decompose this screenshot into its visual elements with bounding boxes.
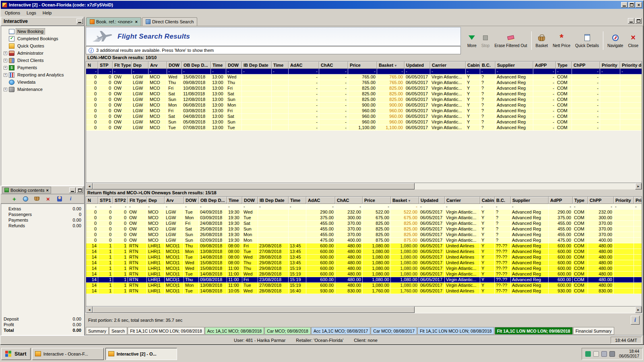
column-header-chac[interactable]: ChAC <box>335 197 363 204</box>
sidebar-item-viewdata[interactable]: Viewdata <box>1 78 84 86</box>
network-icon[interactable] <box>585 351 591 357</box>
column-header-prior[interactable]: Prior... <box>634 197 642 204</box>
expander-icon[interactable]: + <box>4 51 7 55</box>
table-row[interactable]: 00OWLGWMCOSat04/08/201813:00Sat--960.009… <box>86 114 642 119</box>
column-header-cabin[interactable]: Cabin <box>466 62 480 69</box>
printer-icon[interactable] <box>601 351 607 357</box>
table-row[interactable]: 000OWMCOLGWSat25/08/201819:30Sun455.0037… <box>86 226 642 232</box>
expander-icon[interactable]: + <box>4 59 7 62</box>
navigate-button[interactable]: Navigate <box>605 29 625 52</box>
column-header-price[interactable]: Price <box>348 62 377 69</box>
table-row[interactable]: 1411RTNLHR|1MCO|1Thu09/08/201808:00Fri23… <box>86 243 642 249</box>
quick-details-button[interactable]: Quick Details <box>573 29 601 52</box>
scroll-left-button[interactable]: ◄ <box>86 306 93 313</box>
table-row[interactable]: 00OWLGWMCOMon06/08/201813:00Mon--900.009… <box>86 103 642 108</box>
column-header-adpp[interactable]: AdPP <box>549 197 573 204</box>
table-row[interactable]: 000OWMCOLGWSun26/08/201819:30Mon455.0037… <box>86 232 642 238</box>
table-row[interactable]: 00OWLGWMCOFri10/08/201813:00Fri--825.008… <box>86 86 642 91</box>
column-header-stp[interactable]: STP <box>98 62 113 69</box>
close-button[interactable]: Close <box>626 29 640 52</box>
column-header-stp2[interactable]: STP2 <box>113 197 128 204</box>
sidebar-item-payments[interactable]: +Payments <box>1 64 84 71</box>
sidebar-item-administrator[interactable]: +Administrator <box>1 49 84 57</box>
bottom-tab-car-mco-08-08-2017[interactable]: Car MCO; 08/08/2017 <box>371 327 417 335</box>
table-row[interactable]: ------------------------- <box>86 69 642 74</box>
bottom-tab-flt-1a-1c-lon-mco-lon-09-08-2018[interactable]: Flt 1A,1C LON MCO LON; 09/08/2018 <box>495 327 573 335</box>
column-header-stp1[interactable]: STP1 <box>98 197 113 204</box>
column-header-flt-type[interactable]: Flt Type <box>128 197 147 204</box>
column-header-type[interactable]: Type <box>573 197 588 204</box>
column-header-updated[interactable]: Updated <box>405 62 430 69</box>
table-row[interactable]: 00OWLGWMCOSun05/08/201813:00Sun--960.009… <box>86 119 642 125</box>
erase-filtered-out-button[interactable]: Erase Filtered Out <box>492 29 529 52</box>
scrollbar-thumb[interactable] <box>93 183 415 189</box>
column-header-basket[interactable]: Basket▼ <box>377 62 405 69</box>
sidebar-item-reporting-and-analytics[interactable]: +Reporting and Analytics <box>1 71 84 78</box>
table-row[interactable]: 1411RTNLHR|1MCO|1Wed15/08/201808:00Thu29… <box>86 260 642 266</box>
column-header-chpp[interactable]: ChPP <box>572 62 600 69</box>
info-button[interactable]: i <box>631 316 640 325</box>
sidebar-item-new-booking[interactable]: New Booking <box>1 28 84 35</box>
sidebar-item-maintenance[interactable]: +Maintenance <box>1 86 84 93</box>
column-header-chac[interactable]: ChAC <box>319 62 348 69</box>
column-header-dow[interactable]: DOW <box>242 197 258 204</box>
column-header-dep[interactable]: Dep <box>132 62 149 69</box>
column-header-cabin[interactable]: Cabin <box>480 197 495 204</box>
table-row[interactable]: 1411RTNLHR|1MCO|1Mon13/08/201811:00Tue27… <box>86 283 642 288</box>
menu-help[interactable]: Help <box>39 9 55 16</box>
close-tab-icon[interactable]: × <box>135 19 138 24</box>
table-row[interactable]: 000OWMCOLGWFri24/08/201819:30Sat455.0037… <box>86 221 642 226</box>
table-row[interactable]: 1411RTNLHR|1MCO|1Tue14/08/201810:05Wed28… <box>86 288 642 294</box>
bottom-tab-car-mco-08-08-2018[interactable]: Car MCO; 08/08/2018 <box>264 327 311 335</box>
column-header-dep[interactable]: Dep <box>147 197 165 204</box>
title-bar[interactable]: Interactive [2] - Ocean-Florida (code: x… <box>1 1 643 9</box>
basket-small-button[interactable] <box>34 195 40 202</box>
panel-float-button[interactable] <box>76 187 83 193</box>
table-row[interactable]: 1411RTNLHR|1MCO|1Thu09/08/201811:00Fri23… <box>86 277 642 283</box>
start-button[interactable]: Start <box>1 348 31 360</box>
bottom-tab-flt-1a-1c-lon-mco-lon-08-08-2018[interactable]: Flt 1A,1C LON MCO LON; 08/08/2018 <box>417 327 494 335</box>
column-header-n[interactable]: N <box>86 62 98 69</box>
world-button[interactable] <box>23 195 29 202</box>
bottom-tab-financial-summary[interactable]: Financial Summary <box>573 327 614 335</box>
column-header-supplier[interactable]: Supplier <box>511 197 549 204</box>
bottom-tab-summary[interactable]: Summary <box>86 327 109 335</box>
table-row[interactable]: 00OWLGWMCOTue07/08/201813:00Tue--1,100.0… <box>86 125 642 131</box>
column-header-updated[interactable]: Updated <box>419 197 445 204</box>
table-row[interactable]: 1411RTNLHR|1MCO|1Tue14/08/201808:00Wed28… <box>86 255 642 260</box>
table-row[interactable]: 00OWLGWMCOWed15/08/201813:00Wed--765.007… <box>86 74 642 80</box>
column-header-n[interactable]: N <box>86 197 98 204</box>
table-row[interactable]: 1411RTNLHR|1MCO|1Tue14/08/201811:00Wed28… <box>86 272 642 277</box>
table-row[interactable]: 00OWLGWMCOSun12/08/201813:00Sun--825.008… <box>86 97 642 103</box>
panel-minimize-button[interactable] <box>69 187 76 193</box>
column-header-supplier[interactable]: Supplier <box>495 62 533 69</box>
expander-icon[interactable]: + <box>4 66 7 70</box>
column-header-dow[interactable]: DOW <box>184 197 199 204</box>
table-row[interactable]: 000OWMCOLGWTue04/09/201819:30Wed290.0023… <box>86 210 642 215</box>
bottom-tab-search[interactable]: Search <box>109 327 127 335</box>
menu-options[interactable]: Options <box>2 9 23 16</box>
column-header-time[interactable]: Time <box>227 197 242 204</box>
column-header-b-c[interactable]: B.C. <box>495 197 511 204</box>
maximize-button[interactable] <box>628 2 635 8</box>
sidebar-item-quick-quotes[interactable]: Quick Quotes <box>1 42 84 49</box>
table-row[interactable]: 000OWMCOLGWSun02/09/201819:30Mon475.0040… <box>86 238 642 243</box>
user-button[interactable] <box>56 195 63 202</box>
column-header-priority-desc[interactable]: Priority desc... <box>620 62 642 69</box>
sidebar-item-completed-bookings[interactable]: Completed Bookings <box>1 35 84 42</box>
table-row[interactable]: 00OWLGWMCOFri03/08/201813:00Fri--960.009… <box>86 108 642 114</box>
column-header-chpp[interactable]: ChPP <box>588 197 614 204</box>
tab-book-ref-none[interactable]: Book. ref.: <none>× <box>86 17 141 26</box>
booking-contents-tab[interactable]: Booking contents × <box>2 187 51 193</box>
menu-logs[interactable]: Logs <box>23 9 39 16</box>
column-header-carrier[interactable]: Carrier <box>430 62 466 69</box>
column-header-dow[interactable]: DOW <box>226 62 242 69</box>
scroll-right-button[interactable]: ► <box>635 306 642 313</box>
column-header-time[interactable]: Time <box>272 62 289 69</box>
column-header-type[interactable]: Type <box>556 62 572 69</box>
column-header-adpp[interactable]: AdPP <box>533 62 556 69</box>
delete-button[interactable] <box>45 195 52 202</box>
nett-price-button[interactable]: Nett Price <box>551 29 572 52</box>
mdi-minimize-button[interactable] <box>628 18 634 24</box>
tab-direct-clients-search[interactable]: Direct Clients Search <box>142 17 197 26</box>
